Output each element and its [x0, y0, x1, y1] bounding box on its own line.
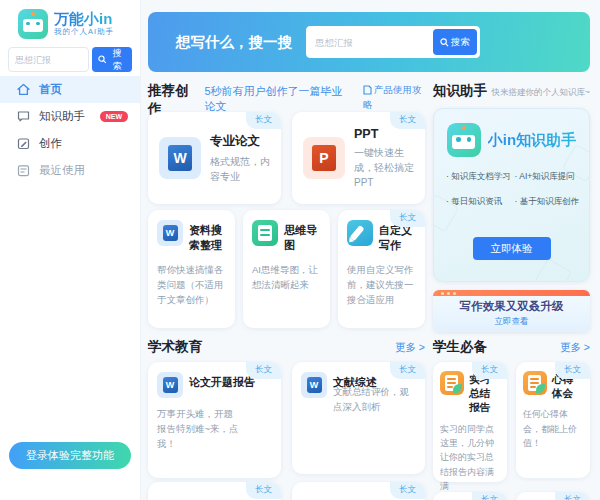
- sidebar-item-label: 知识助手: [39, 109, 85, 124]
- chat-icon: [16, 109, 31, 124]
- card-research[interactable]: W 资料搜索整理 帮你快速搞懂各类问题（不适用于文章创作）: [148, 210, 235, 328]
- card-reflections[interactable]: 长文 心得体会 任何心得体会，都能上价值！: [516, 362, 590, 478]
- promo-top-bar: [433, 290, 590, 296]
- card-desc: 一键快速生成，轻松搞定PPT: [354, 145, 414, 190]
- report-icon: [440, 371, 464, 395]
- home-icon: [16, 82, 31, 97]
- banner-search-button[interactable]: 搜索: [433, 29, 477, 55]
- app-title: 万能小in: [54, 11, 114, 28]
- more-link[interactable]: 更多 >: [560, 341, 590, 355]
- long-text-badge: 长文: [390, 210, 425, 227]
- robot-logo-icon: [18, 9, 48, 39]
- card-desc: 帮你快速搞懂各类问题（不适用于文章创作）: [157, 262, 226, 308]
- card-literature-review[interactable]: 长文 W 文献综述 文献总结评价，观点深入剖析: [292, 362, 425, 474]
- card-proposal[interactable]: 长文 W 论文开题报告 万事开头难，开题报告特别难~来，点我！: [148, 362, 281, 478]
- promo-view-link[interactable]: 立即查看: [433, 316, 590, 328]
- card-ppt[interactable]: 长文 P PPT 一键快速生成，轻松搞定PPT: [292, 112, 425, 204]
- word-icon: W: [157, 220, 183, 246]
- promo-title: 写作效果又双叒升级: [433, 299, 590, 314]
- sidebar-item-label: 创作: [39, 136, 62, 151]
- section-title-knowledge: 知识助手: [433, 82, 487, 100]
- sidebar-search-input[interactable]: [8, 47, 89, 72]
- word-icon: W: [159, 137, 201, 179]
- card-title: 资料搜索整理: [189, 220, 226, 254]
- card-title: 专业论文: [210, 133, 270, 150]
- new-badge: NEW: [100, 111, 128, 122]
- card-title: 思维导图: [284, 220, 321, 254]
- search-banner: 想写什么，搜一搜 搜索: [148, 12, 590, 72]
- search-icon: [440, 38, 449, 47]
- try-now-button[interactable]: 立即体验: [473, 237, 551, 260]
- section-title-student: 学生必备: [433, 338, 487, 356]
- word-icon: W: [301, 372, 327, 398]
- recent-icon: [16, 163, 31, 178]
- card-desc: AI思维导图，让想法清晰起来: [252, 262, 321, 292]
- pen-icon: [347, 220, 373, 246]
- robot-logo-icon: [447, 123, 481, 157]
- app-window: 万能小in 我的个人AI助手 搜索 首页 知识助手: [0, 0, 600, 500]
- more-link[interactable]: 更多 >: [395, 341, 425, 355]
- assistant-feature: 基于知识库创作: [515, 196, 584, 208]
- long-text-badge: 长文: [390, 112, 425, 129]
- card-thesis[interactable]: 长文 W 专业论文 格式规范，内容专业: [148, 112, 281, 204]
- word-icon: W: [157, 372, 183, 398]
- long-text-badge: 长文: [472, 362, 507, 379]
- upgrade-promo-banner[interactable]: 写作效果又双叒升级 立即查看: [433, 290, 590, 332]
- sidebar-item-knowledge[interactable]: 知识助手 NEW: [0, 103, 140, 130]
- long-text-badge: 长文: [472, 492, 507, 500]
- card-desc: 文献总结评价，观点深入剖析: [333, 384, 417, 414]
- ppt-icon: P: [303, 137, 345, 179]
- assistant-feature: AI+知识库提问: [515, 171, 584, 183]
- mindmap-icon: [252, 220, 278, 246]
- card-desc: 万事开头难，开题报告特别难~来，点我！: [157, 406, 241, 452]
- product-guide-link[interactable]: 产品使用攻略: [363, 82, 425, 112]
- sidebar-item-home[interactable]: 首页: [0, 76, 140, 103]
- assistant-feature: 每日知识资讯: [446, 196, 515, 208]
- long-text-badge: 长文: [390, 482, 425, 499]
- search-icon: [98, 55, 107, 64]
- card-desc: 实习的同学点这里，几分钟让你的实习总结报告内容满满: [440, 422, 500, 494]
- sidebar: 万能小in 我的个人AI助手 搜索 首页 知识助手: [0, 0, 141, 500]
- card-desc: 任何心得体会，都能上价值！: [523, 407, 583, 450]
- login-button[interactable]: 登录体验完整功能: [9, 442, 131, 469]
- section-title-academic: 学术教育: [148, 338, 202, 356]
- long-text-badge: 长文: [246, 482, 281, 499]
- app-subtitle: 我的个人AI助手: [54, 27, 114, 37]
- activity-ticker: 5秒前有用户创作了一篇毕业论文: [204, 84, 348, 114]
- sidebar-item-create[interactable]: 创作: [0, 130, 140, 157]
- knowledge-assistant-card[interactable]: 小in知识助手 知识库文档学习 AI+知识库提问 每日知识资讯 基于知识库创作 …: [433, 108, 590, 282]
- card-partial[interactable]: 长文: [292, 482, 425, 500]
- long-text-badge: 长文: [246, 362, 281, 379]
- sidebar-item-label: 最近使用: [39, 163, 85, 178]
- card-partial[interactable]: 长文: [148, 482, 281, 500]
- banner-prompt: 想写什么，搜一搜: [176, 33, 292, 52]
- assistant-feature: 知识库文档学习: [446, 171, 515, 183]
- aside-panel: 知识助手 快来搭建你的个人知识库~ 小in知识助手 知识库文档学习 AI+知识库…: [433, 80, 590, 500]
- long-text-badge: 长文: [390, 362, 425, 379]
- card-mindmap[interactable]: 思维导图 AI思维导图，让想法清晰起来: [243, 210, 330, 328]
- sidebar-item-recent[interactable]: 最近使用: [0, 157, 140, 184]
- sidebar-search-button[interactable]: 搜索: [92, 47, 132, 72]
- main-content: 推荐创作 5秒前有用户创作了一篇毕业论文 产品使用攻略 长文 W 专业论文 格式…: [148, 80, 425, 500]
- banner-search-input[interactable]: [307, 27, 431, 57]
- assistant-title: 小in知识助手: [488, 131, 576, 150]
- long-text-badge: 长文: [555, 492, 590, 500]
- long-text-badge: 长文: [246, 112, 281, 129]
- edit-icon: [16, 136, 31, 151]
- card-internship-report[interactable]: 长文 实习总结报告 实习的同学点这里，几分钟让你的实习总结报告内容满满: [433, 362, 507, 482]
- long-text-badge: 长文: [555, 362, 590, 379]
- app-logo[interactable]: 万能小in 我的个人AI助手: [18, 9, 114, 39]
- card-desc: 格式规范，内容专业: [210, 154, 270, 184]
- card-partial[interactable]: 长文: [433, 492, 507, 500]
- document-icon: [363, 85, 372, 95]
- card-desc: 使用自定义写作前，建议先搜一搜合适应用: [347, 262, 416, 308]
- sidebar-item-label: 首页: [39, 82, 62, 97]
- notes-icon: [523, 371, 547, 395]
- card-custom-writing[interactable]: 长文 自定义写作 使用自定义写作前，建议先搜一搜合适应用: [338, 210, 425, 328]
- card-partial[interactable]: 长文: [516, 492, 590, 500]
- knowledge-subtitle: 快来搭建你的个人知识库~: [492, 87, 590, 99]
